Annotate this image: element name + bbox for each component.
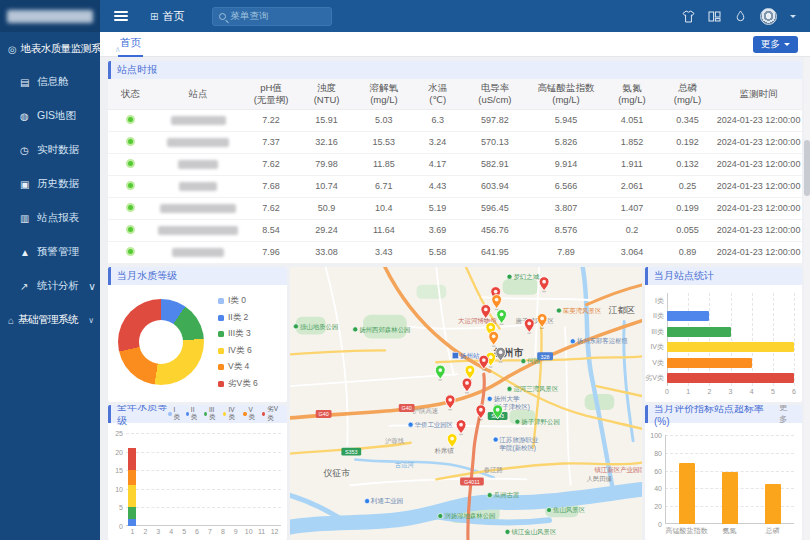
monthly-grade-panel: 当月水质等级 I类 0II类 2III类 3IV类 6V类 4劣V类 6 <box>108 267 287 402</box>
y-tick-label: 10 <box>115 485 126 492</box>
sidebar-group-label: 基础管理系统 <box>18 313 84 327</box>
legend-item[interactable]: V类 <box>243 406 257 422</box>
value-cell: 0.055 <box>660 219 716 241</box>
bar-III类[interactable] <box>667 327 731 337</box>
sidebar-item[interactable]: ↗统计分析∨ <box>0 269 100 303</box>
status-dot-normal <box>126 159 135 168</box>
time-cell: 2024-01-23 12:00:00 <box>715 131 802 153</box>
bar-高锰酸盐指数[interactable] <box>679 463 695 524</box>
bar-II类[interactable] <box>667 311 709 321</box>
legend-item[interactable]: IV类 <box>223 406 238 422</box>
value-cell: 596.45 <box>462 197 528 219</box>
bar-劣V类[interactable] <box>667 373 794 383</box>
column-header: 水温(℃) <box>413 79 462 109</box>
stacked-bar-segment[interactable] <box>128 519 136 526</box>
monthly-grade-title: 当月水质等级 <box>117 269 177 283</box>
value-cell: 33.08 <box>299 241 355 263</box>
sidebar-item-label: 信息舱 <box>37 75 69 89</box>
city-map[interactable]: G40G40S353S243G4011328 扬州市仪征市江都区沪陕高速沪蓉线古… <box>290 267 642 540</box>
sidebar-group-1[interactable]: ⌂基础管理系统∨ <box>0 303 100 336</box>
x-tick-label: 0 <box>665 388 669 395</box>
legend-item[interactable]: IV类 6 <box>218 345 258 357</box>
legend-swatch <box>204 412 207 416</box>
value-cell: 50.9 <box>299 197 355 219</box>
bar-V类[interactable] <box>667 358 752 368</box>
legend-label: IV类 6 <box>228 345 252 357</box>
y-category-label: IV类 <box>650 342 667 352</box>
legend-label: III类 3 <box>228 328 251 340</box>
legend-swatch <box>218 364 224 370</box>
more-button[interactable]: 更多 <box>753 36 798 53</box>
main-content: 站点时报 状态站点pH值(无量纲)浊度(NTU)溶解氧(mg/L)水温(℃)电导… <box>100 57 810 540</box>
sidebar-item[interactable]: ▥站点报表 <box>0 201 100 235</box>
legend-item[interactable]: II类 <box>186 406 199 422</box>
sidebar-item[interactable]: ▲预警管理 <box>0 235 100 269</box>
value-cell: 9.914 <box>528 153 604 175</box>
exceed-rate-panel: 当月评价指标站点超标率(%) 更多 020406080100高锰酸盐指数氨氮总磷 <box>645 405 802 540</box>
green-poi-icon <box>507 274 512 279</box>
value-cell: 0.25 <box>660 175 716 197</box>
chevron-down-icon: ∨ <box>88 316 96 325</box>
legend-item[interactable]: I类 <box>168 406 181 422</box>
value-cell: 1.852 <box>604 131 660 153</box>
page-scrollbar-thumb[interactable] <box>804 140 810 196</box>
legend-item[interactable]: III类 3 <box>218 328 258 340</box>
y-category-label: II类 <box>653 311 667 321</box>
legend-item[interactable]: II类 2 <box>218 312 258 324</box>
blue-poi-icon <box>365 499 370 504</box>
green-poi-icon <box>507 386 512 391</box>
sidebar-group-0[interactable]: ◎地表水质量监测系统∧ <box>0 32 100 65</box>
map-label: 何园 <box>527 357 540 365</box>
value-cell: 5.945 <box>528 109 604 131</box>
value-cell: 0.192 <box>660 131 716 153</box>
stacked-bar-segment[interactable] <box>128 507 136 518</box>
legend-item[interactable]: 劣V类 <box>262 405 281 423</box>
legend-item[interactable]: III类 <box>204 406 219 422</box>
user-avatar[interactable] <box>760 8 777 25</box>
monthly-station-panel: 当月站点统计 0123456I类II类III类IV类V类劣V类 <box>645 267 802 402</box>
stacked-bar-segment[interactable] <box>128 448 136 470</box>
layout-columns-icon[interactable] <box>708 10 721 23</box>
value-cell: 603.94 <box>462 175 528 197</box>
exceed-rate-more-link[interactable]: 更多 <box>779 405 796 426</box>
map-label: 运河三湾风景区 <box>513 385 558 393</box>
y-tick-label: 5 <box>119 504 126 511</box>
menu-collapse-icon[interactable] <box>114 11 128 21</box>
x-tick-label: 6 <box>195 528 199 535</box>
nav-home-link[interactable]: ⊞ 首页 <box>150 9 184 24</box>
menu-search-input[interactable]: 菜单查询 <box>212 7 332 26</box>
search-icon <box>219 13 226 20</box>
stacked-bar-segment[interactable] <box>128 485 136 507</box>
y-category-label: V类 <box>652 358 667 368</box>
legend-label: V类 4 <box>228 361 249 373</box>
legend-item[interactable]: 劣V类 6 <box>218 378 258 390</box>
bar-氨氮[interactable] <box>722 472 738 524</box>
value-cell: 7.96 <box>243 241 299 263</box>
value-cell: 4.17 <box>413 153 462 175</box>
gridline <box>126 489 281 490</box>
legend-item[interactable]: I类 0 <box>218 295 258 307</box>
value-cell: 4.43 <box>413 175 462 197</box>
sidebar-item[interactable]: ◷实时数据 <box>0 133 100 167</box>
x-tick-label: 1 <box>686 388 690 395</box>
gridline <box>688 293 689 386</box>
status-cell <box>108 131 153 153</box>
bar-IV类[interactable] <box>667 342 794 352</box>
green-poi-icon <box>515 419 520 424</box>
value-cell: 6.566 <box>528 175 604 197</box>
sidebar-item[interactable]: ▣历史数据 <box>0 167 100 201</box>
y-category-label: I类 <box>655 296 667 306</box>
user-menu-caret-icon[interactable] <box>790 15 796 21</box>
flame-icon[interactable] <box>734 10 747 23</box>
bar-总磷[interactable] <box>765 484 781 524</box>
stacked-bar-segment[interactable] <box>128 470 136 485</box>
sidebar-item[interactable]: ◍GIS地图 <box>0 99 100 133</box>
value-cell: 7.68 <box>243 175 299 197</box>
theme-skin-icon[interactable] <box>682 10 695 23</box>
x-category-label: 高锰酸盐指数 <box>666 526 708 536</box>
time-cell: 2024-01-23 12:00:00 <box>715 153 802 175</box>
y-tick-label: 100 <box>650 432 665 439</box>
x-tick-label: 2 <box>707 388 711 395</box>
legend-item[interactable]: V类 4 <box>218 361 258 373</box>
sidebar-item[interactable]: ▤信息舱 <box>0 65 100 99</box>
